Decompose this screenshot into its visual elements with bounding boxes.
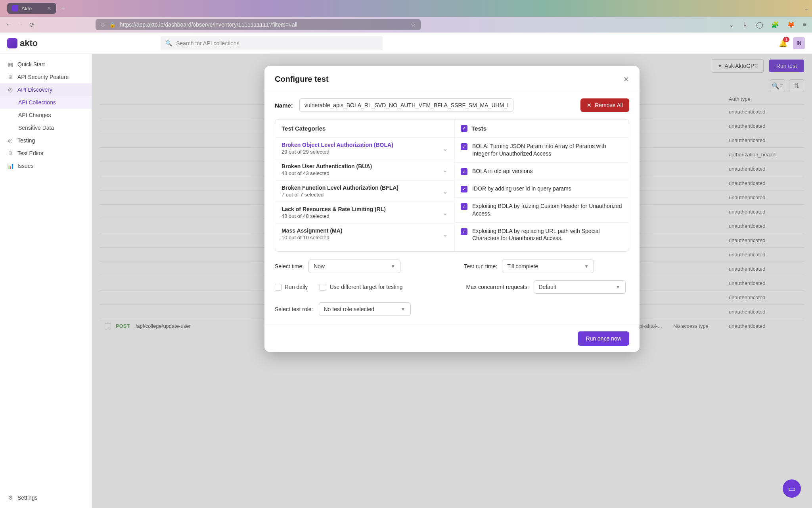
test-item[interactable]: ✓BOLA: Turning JSON Param into Array of … (454, 137, 629, 162)
sidebar-label: Issues (17, 163, 33, 169)
remove-all-button[interactable]: ✕ Remove All (580, 98, 629, 112)
search-icon: 🔍 (165, 40, 172, 46)
tab-favicon (12, 5, 18, 12)
category-name: Broken Function Level Authorization (BFL… (282, 185, 398, 191)
test-item[interactable]: ✓IDOR by adding user id in query params (454, 180, 629, 197)
tests-panel: ✓ Tests ✓BOLA: Turning JSON Param into A… (454, 119, 629, 251)
test-run-time-label: Test run time: (464, 263, 497, 269)
chevron-down-icon: ▼ (401, 306, 406, 312)
main-content: ✦Ask AktoGPT Run test 🔍≡ ⇅ Auth type una… (92, 54, 812, 508)
category-sub: 7 out of 7 selected (282, 192, 398, 198)
close-icon[interactable]: ✕ (47, 5, 52, 12)
select-value: Default (539, 284, 556, 290)
category-item[interactable]: Mass Assignment (MA)10 out of 10 selecte… (275, 223, 454, 244)
sidebar-item-issues[interactable]: 📊Issues (0, 160, 92, 172)
test-item[interactable]: ✓Exploiting BOLA by replacing URL path w… (454, 222, 629, 247)
menu-icon[interactable]: ≡ (803, 21, 806, 28)
chat-icon: ▭ (788, 484, 796, 493)
test-name-input[interactable] (299, 98, 513, 112)
sidebar-item-sensitive-data[interactable]: Sensitive Data (0, 121, 92, 134)
category-item[interactable]: Broken User Authentication (BUA)43 out o… (275, 159, 454, 180)
shield-icon: 🛡 (100, 22, 105, 28)
chevron-down-icon: ▼ (616, 284, 620, 290)
back-icon[interactable]: ← (6, 21, 12, 28)
sidebar-item-quick-start[interactable]: ▦Quick Start (0, 58, 92, 71)
chat-launcher[interactable]: ▭ (783, 479, 801, 498)
checkbox-icon[interactable]: ✓ (461, 228, 467, 235)
select-time-dropdown[interactable]: Now ▼ (308, 260, 400, 273)
sidebar-item-api-changes[interactable]: API Changes (0, 109, 92, 121)
sidebar-label: Settings (17, 495, 38, 501)
checkbox-icon[interactable]: ✓ (461, 186, 467, 192)
new-tab-button[interactable]: + (61, 4, 65, 13)
select-role-label: Select test role: (275, 306, 313, 312)
account-icon[interactable]: ◯ (756, 21, 763, 29)
run-once-button[interactable]: Run once now (578, 331, 629, 346)
category-sub: 10 out of 10 selected (282, 235, 343, 241)
lock-icon: 🔒 (109, 22, 116, 28)
extension-badge-icon[interactable]: 🦊 (787, 21, 795, 29)
reload-icon[interactable]: ⟳ (29, 21, 34, 29)
run-daily-checkbox[interactable]: Run daily (275, 284, 308, 291)
pocket-icon[interactable]: ⌄ (729, 21, 734, 29)
sidebar-item-api-collections[interactable]: API Collections (0, 96, 92, 109)
test-label: IDOR by adding user id in query params (472, 185, 571, 192)
sidebar-item-settings[interactable]: ⚙Settings (0, 491, 92, 504)
categories-title: Test Categories (275, 119, 454, 137)
bookmark-star-icon[interactable]: ☆ (411, 21, 416, 28)
logo-mark (7, 38, 17, 48)
extensions-icon[interactable]: 🧩 (771, 21, 779, 29)
avatar[interactable]: IN (793, 37, 805, 49)
sidebar-item-testing[interactable]: ◎Testing (0, 134, 92, 147)
max-concurrent-dropdown[interactable]: Default ▼ (534, 280, 626, 294)
close-icon[interactable]: ✕ (623, 75, 629, 84)
target-icon: ◎ (7, 137, 13, 144)
category-item[interactable]: Lack of Resources & Rate Limiting (RL)48… (275, 202, 454, 223)
sidebar-item-security-posture[interactable]: 🗎API Security Posture (0, 71, 92, 83)
logo-text: akto (20, 38, 38, 48)
file-icon: 🗎 (7, 150, 13, 156)
test-label: Exploiting BOLA by fuzzing Custom Header… (472, 202, 622, 217)
url-text: https://app.akto.io/dashboard/observe/in… (120, 21, 297, 28)
browser-tab[interactable]: Akto ✕ (7, 3, 56, 14)
checkbox-icon[interactable]: ✓ (461, 168, 467, 175)
bell-icon[interactable]: 🔔 1 (779, 39, 787, 48)
downloads-icon[interactable]: ⭳ (742, 21, 748, 28)
select-value: Till complete (507, 263, 538, 269)
sidebar-item-api-discovery[interactable]: ◎API Discovery (0, 83, 92, 96)
sidebar-item-test-editor[interactable]: 🗎Test Editor (0, 147, 92, 160)
sidebar-label: API Security Posture (17, 74, 69, 80)
category-item[interactable]: Broken Object Level Authorization (BOLA)… (275, 137, 454, 159)
checkbox-icon (275, 284, 282, 291)
url-bar[interactable]: 🛡 🔒 https://app.akto.io/dashboard/observ… (96, 19, 421, 30)
button-label: Remove All (595, 102, 623, 108)
test-item[interactable]: ✓BOLA in old api versions (454, 162, 629, 180)
sidebar-label: Quick Start (17, 61, 45, 67)
sidebar-label: API Discovery (17, 87, 52, 93)
category-name: Broken Object Level Authorization (BOLA) (282, 142, 393, 148)
sidebar-label: Test Editor (17, 150, 44, 156)
select-value: Now (314, 263, 325, 269)
forward-icon[interactable]: → (17, 21, 24, 28)
chevron-down-icon: ▼ (391, 264, 395, 269)
category-name: Lack of Resources & Rate Limiting (RL) (282, 206, 386, 212)
logo[interactable]: akto (7, 38, 38, 48)
test-run-time-dropdown[interactable]: Till complete ▼ (502, 260, 594, 273)
radar-icon: ◎ (7, 87, 13, 93)
checkbox-icon[interactable]: ✓ (461, 125, 467, 132)
grid-icon: ▦ (7, 61, 13, 67)
checkbox-icon[interactable]: ✓ (461, 203, 467, 210)
chevron-down-icon: ⌄ (442, 142, 448, 152)
different-target-checkbox[interactable]: Use different target for testing (320, 284, 402, 291)
browser-toolbar: ← → ⟳ 🛡 🔒 https://app.akto.io/dashboard/… (0, 17, 812, 33)
x-icon: ✕ (587, 102, 592, 108)
modal-title: Configure test (275, 75, 329, 84)
category-item[interactable]: Broken Function Level Authorization (BFL… (275, 180, 454, 202)
checkbox-icon[interactable]: ✓ (461, 143, 467, 150)
test-item[interactable]: ✓Exploiting BOLA by fuzzing Custom Heade… (454, 197, 629, 222)
sidebar-label: Testing (17, 137, 35, 144)
chevron-down-icon[interactable]: ⌄ (804, 5, 809, 12)
test-categories-panel: Test Categories Broken Object Level Auth… (275, 119, 454, 251)
search-input[interactable]: 🔍 Search for API collections (161, 36, 383, 50)
select-role-dropdown[interactable]: No test role selected ▼ (319, 302, 411, 316)
